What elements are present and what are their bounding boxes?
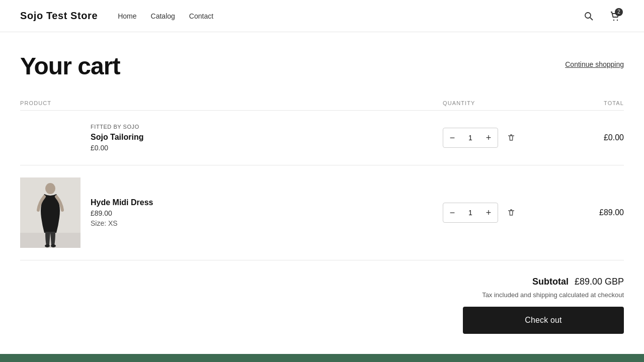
qty-decrease-hyde[interactable]: − (443, 203, 461, 223)
svg-point-8 (45, 244, 50, 247)
subtotal-label: Subtotal (532, 277, 569, 287)
item-info-hyde: Hyde Midi Dress £89.00 Size: XS (91, 198, 153, 227)
subtotal-amount: £89.00 GBP (575, 277, 624, 287)
col-quantity-label: QUANTITY (443, 100, 543, 106)
page-title: Your cart (20, 52, 120, 80)
svg-line-1 (590, 18, 593, 20)
nav-catalog[interactable]: Catalog (151, 12, 175, 20)
cart-count: 2 (615, 8, 623, 16)
cart-footer: Subtotal £89.00 GBP Tax included and shi… (20, 260, 624, 350)
quantity-stepper-sojo: − 1 + (443, 128, 498, 148)
site-header: Sojo Test Store Home Catalog Contact 2 (0, 0, 644, 32)
header-left: Sojo Test Store Home Catalog Contact (20, 10, 213, 22)
item-price-sojo: £0.00 (91, 144, 143, 152)
svg-rect-6 (20, 233, 80, 248)
cart-button[interactable]: 2 (606, 7, 624, 25)
qty-increase-hyde[interactable]: + (479, 203, 498, 223)
search-icon (584, 11, 594, 21)
svg-point-2 (613, 19, 614, 20)
store-name: Sojo Test Store (20, 10, 98, 22)
delete-sojo-button[interactable] (504, 131, 518, 145)
subtotal-row: Subtotal £89.00 GBP (532, 277, 624, 287)
tax-note: Tax included and shipping calculated at … (482, 291, 624, 299)
col-product-label: PRODUCT (20, 100, 443, 106)
continue-shopping-link[interactable]: Continue shopping (565, 60, 624, 68)
item-quantity-sojo: − 1 + (443, 128, 543, 148)
qty-increase-sojo[interactable]: + (479, 128, 498, 148)
item-total-hyde: £89.00 (543, 208, 624, 217)
quantity-stepper-hyde: − 1 + (443, 203, 498, 223)
item-total-sojo: £0.00 (543, 133, 624, 142)
item-variant-hyde: Size: XS (91, 219, 153, 227)
nav-contact[interactable]: Contact (189, 12, 213, 20)
item-name-sojo: Sojo Tailoring (91, 133, 143, 142)
item-badge-sojo: FITTED BY Sojo (91, 124, 143, 130)
qty-value-hyde: 1 (461, 209, 479, 217)
svg-point-0 (585, 13, 591, 18)
checkout-button[interactable]: Check out (463, 307, 624, 334)
item-product-sojo: FITTED BY Sojo Sojo Tailoring £0.00 (20, 123, 443, 153)
search-button[interactable] (580, 7, 598, 25)
nav-home[interactable]: Home (118, 12, 136, 20)
cart-item-sojo-tailoring: FITTED BY Sojo Sojo Tailoring £0.00 − 1 … (20, 111, 624, 165)
item-quantity-hyde: − 1 + (443, 203, 543, 223)
main-content: Your cart Continue shopping PRODUCT QUAN… (0, 32, 644, 350)
main-nav: Home Catalog Contact (118, 12, 213, 20)
qty-value-sojo: 1 (461, 134, 479, 142)
item-info-sojo: FITTED BY Sojo Sojo Tailoring £0.00 (91, 124, 143, 152)
trash-icon-hyde (507, 208, 516, 217)
svg-point-9 (51, 244, 56, 247)
item-price-hyde: £89.00 (91, 209, 153, 217)
svg-point-7 (45, 183, 55, 194)
item-name-hyde: Hyde Midi Dress (91, 198, 153, 207)
cart-item-hyde-dress: Hyde Midi Dress £89.00 Size: XS − 1 + £8… (20, 165, 624, 260)
item-image-hyde (20, 177, 80, 248)
item-product-hyde: Hyde Midi Dress £89.00 Size: XS (20, 177, 443, 248)
cart-table-header: PRODUCT QUANTITY TOTAL (20, 96, 624, 111)
dress-product-image (20, 177, 80, 248)
item-no-image-sojo (20, 123, 80, 153)
header-icons: 2 (580, 7, 624, 25)
svg-point-3 (617, 19, 618, 20)
trash-icon (507, 133, 516, 142)
page-header: Your cart Continue shopping (20, 52, 624, 80)
site-footer (0, 354, 644, 362)
qty-decrease-sojo[interactable]: − (443, 128, 461, 148)
delete-hyde-button[interactable] (504, 206, 518, 220)
col-total-label: TOTAL (543, 100, 624, 106)
